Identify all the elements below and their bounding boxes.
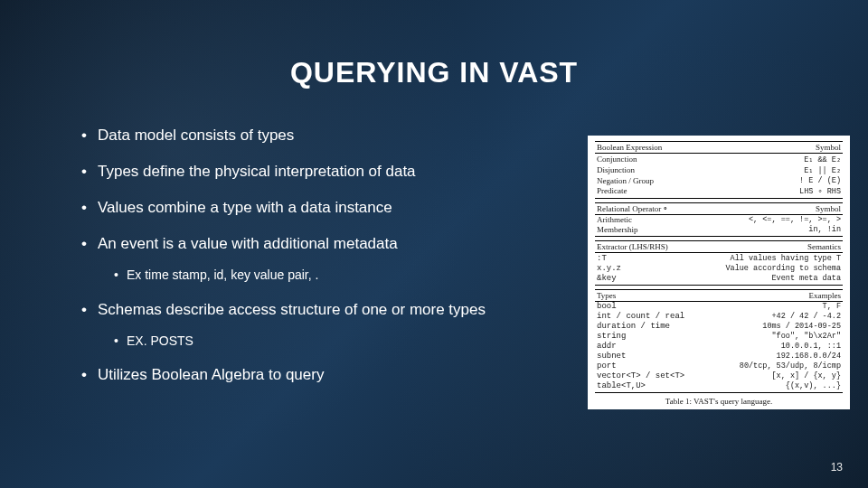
td: x.y.z	[595, 263, 691, 273]
td: vector<T> / set<T>	[595, 371, 711, 381]
sub-list: Ex time stamp, id, key value pair, .	[98, 267, 579, 283]
td: subnet	[595, 352, 711, 361]
th: Symbol	[704, 202, 843, 214]
td: LHS ∘ RHS	[745, 185, 843, 198]
td: Conjunction	[595, 154, 745, 165]
td: in, !in	[704, 225, 843, 237]
td: 80/tcp, 53/udp, 8/icmp	[711, 361, 843, 371]
th: Types	[595, 289, 711, 301]
td: Value according to schema	[691, 263, 843, 273]
content-area: Data model consists of types Types defin…	[0, 89, 579, 385]
td: {(x,v), ...}	[711, 381, 843, 393]
bullet-text: An event is a value with additional meta…	[98, 235, 398, 252]
th: Examples	[711, 289, 843, 301]
bullet-item: Data model consists of types	[81, 126, 579, 145]
bullet-item: Schemas describe access structure of one…	[81, 300, 579, 349]
td: +42 / 42 / -4.2	[711, 312, 843, 322]
table-section-operator: Relational Operator ∘Symbol Arithmetic<,…	[595, 202, 843, 238]
td: T, F	[711, 301, 843, 312]
bullet-item: Utilizes Boolean Algebra to query	[81, 365, 579, 385]
td: 192.168.0.0/24	[711, 352, 843, 361]
td: string	[595, 332, 711, 342]
th: Symbol	[745, 142, 843, 154]
td: int / count / real	[595, 312, 711, 322]
th: Semantics	[691, 241, 843, 253]
td: addr	[595, 342, 711, 352]
sub-list: EX. POSTS	[98, 333, 579, 349]
table-section-boolean: Boolean ExpressionSymbol ConjunctionE₁ &…	[595, 141, 843, 199]
page-number: 13	[831, 461, 843, 474]
sub-bullet-item: EX. POSTS	[98, 333, 579, 349]
td: [x, x] / {x, y}	[711, 371, 843, 381]
td: 10.0.0.1, ::1	[711, 342, 843, 352]
table-caption: Table 1: VAST's query language.	[595, 397, 843, 406]
bullet-item: Values combine a type with a data instan…	[81, 198, 579, 218]
bullet-text: Schemas describe access structure of one…	[98, 301, 486, 318]
td: E₁ || E₂	[745, 164, 843, 175]
td: Predicate	[595, 185, 745, 198]
bullet-item: An event is a value with additional meta…	[81, 234, 579, 283]
th: Boolean Expression	[595, 142, 745, 154]
td: :T	[595, 253, 691, 264]
bullet-list: Data model consists of types Types defin…	[81, 126, 579, 385]
td: E₁ && E₂	[745, 154, 843, 165]
slide-title: QUERYING IN VAST	[0, 0, 868, 89]
th: Extractor (LHS/RHS)	[595, 241, 691, 253]
td: bool	[595, 301, 711, 312]
td: &key	[595, 273, 691, 285]
td: Membership	[595, 225, 704, 237]
td: All values having type T	[691, 253, 843, 264]
bullet-item: Types define the physical interpretation…	[81, 162, 579, 182]
table-section-types: TypesExamples boolT, F int / count / rea…	[595, 289, 843, 394]
th: Relational Operator ∘	[595, 202, 704, 214]
td: 10ms / 2014-09-25	[711, 322, 843, 332]
sub-bullet-item: Ex time stamp, id, key value pair, .	[98, 267, 579, 283]
td: Negation / Group	[595, 175, 745, 185]
td: Disjunction	[595, 164, 745, 175]
td: duration / time	[595, 322, 711, 332]
td: port	[595, 361, 711, 371]
td: <, <=, ==, !=, >=, >	[704, 214, 843, 225]
td: Event meta data	[691, 273, 843, 285]
td: Arithmetic	[595, 214, 704, 225]
td: ! E / (E)	[745, 175, 843, 185]
td: table<T,U>	[595, 381, 711, 393]
query-language-table: Boolean ExpressionSymbol ConjunctionE₁ &…	[588, 136, 850, 409]
td: "foo", "b\x2Ar"	[711, 332, 843, 342]
table-section-extractor: Extractor (LHS/RHS)Semantics :TAll value…	[595, 240, 843, 286]
